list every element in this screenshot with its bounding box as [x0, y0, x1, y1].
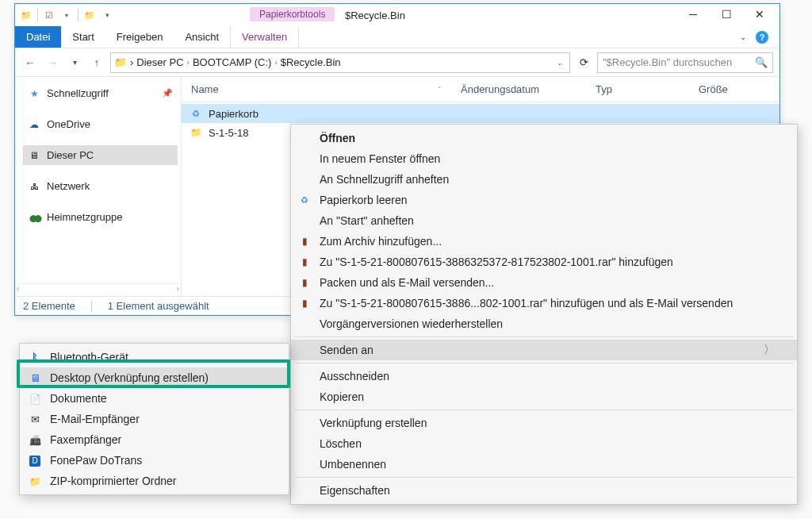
column-name[interactable]: Name ˄ — [182, 83, 451, 95]
column-headers: Name ˄ Änderungsdatum Typ Größe — [182, 77, 779, 102]
tab-share[interactable]: Freigeben — [105, 26, 174, 48]
sendto-submenu: Bluetooth-Gerät Desktop (Verknüpfung ers… — [19, 343, 289, 495]
menu-item-properties[interactable]: Eigenschaften — [291, 480, 797, 501]
menu-item-create-shortcut[interactable]: Verknüpfung erstellen — [291, 413, 797, 433]
sidebar-item-network[interactable]: Netzwerk — [23, 176, 178, 196]
qat-dropdown-icon[interactable]: ▾ — [59, 7, 75, 23]
cloud-icon — [28, 119, 40, 130]
contextual-tool-tab: Papierkorbtools — [250, 7, 335, 21]
window-title: $Recycle.Bin — [345, 10, 405, 21]
pc-icon — [28, 150, 40, 161]
ribbon-right: ⌄ ? — [740, 26, 775, 48]
bluetooth-icon — [28, 352, 42, 363]
archive-icon — [297, 277, 312, 288]
sendto-desktop-shortcut[interactable]: Desktop (Verknüpfung erstellen) — [20, 367, 289, 388]
menu-item-open-new-window[interactable]: In neuem Fenster öffnen — [291, 148, 797, 169]
sidebar-item-this-pc[interactable]: Dieser PC — [23, 145, 178, 165]
archive-icon — [297, 298, 312, 309]
menu-item-add-archive[interactable]: Zum Archiv hinzufügen... — [291, 231, 797, 252]
search-input[interactable]: "$Recycle.Bin" durchsuchen 🔍 — [597, 52, 773, 73]
desktop-icon — [28, 372, 42, 384]
back-button[interactable]: ← — [21, 54, 39, 71]
qat-check-icon[interactable]: ☑ — [41, 7, 57, 23]
sendto-documents[interactable]: Dokumente — [20, 388, 289, 409]
recycle-bin-icon — [297, 194, 312, 206]
sidebar-item-label: Netzwerk — [47, 180, 90, 192]
help-icon[interactable]: ? — [756, 31, 768, 44]
menu-item-add-rar[interactable]: Zu "S-1-5-21-800807615-3886325372-817523… — [291, 252, 797, 272]
menu-item-pack-email[interactable]: Packen und als E-Mail versenden... — [291, 272, 797, 293]
recycle-bin-icon — [190, 108, 202, 119]
menu-item-pin-start[interactable]: An "Start" anheften — [291, 210, 797, 231]
list-item[interactable]: Papierkorb — [182, 104, 779, 123]
breadcrumb[interactable]: BOOTCAMP (C:)› — [193, 56, 278, 68]
menu-item-empty-bin[interactable]: Papierkorb leeren — [291, 190, 797, 210]
menu-item-open[interactable]: Öffnen — [291, 128, 797, 148]
search-placeholder: "$Recycle.Bin" durchsuchen — [603, 56, 732, 68]
nav-tree: Schnellzugriff 📌 OneDrive Dieser PC — [15, 77, 182, 296]
minimize-button[interactable]: ─ — [676, 4, 710, 25]
sidebar-item-label: Heimnetzgruppe — [47, 211, 122, 223]
tab-start[interactable]: Start — [61, 26, 105, 48]
close-button[interactable]: ✕ — [743, 4, 776, 25]
column-size[interactable]: Größe — [689, 83, 779, 95]
forward-button[interactable]: → — [44, 54, 61, 71]
sort-asc-icon: ˄ — [438, 86, 442, 94]
document-icon — [28, 393, 42, 405]
refresh-button[interactable]: ⟳ — [575, 54, 592, 71]
menu-item-rename[interactable]: Umbenennen — [291, 454, 797, 475]
fax-icon — [28, 434, 42, 446]
tab-manage[interactable]: Verwalten — [230, 26, 299, 48]
menu-item-send-to[interactable]: Senden an 〉 — [291, 340, 797, 360]
menu-item-prev-versions[interactable]: Vorgängerversionen wiederherstellen — [291, 313, 797, 334]
item-name: Papierkorb — [209, 108, 259, 120]
address-bar[interactable]: 📁 › Dieser PC› BOOTCAMP (C:)› $Recycle.B… — [110, 52, 570, 73]
sendto-fax[interactable]: Faxempfänger — [20, 429, 289, 450]
ribbon-tabs: Datei Start Freigeben Ansicht Verwalten … — [15, 26, 779, 48]
zip-folder-icon — [28, 475, 42, 487]
folder-icon: 📁 — [82, 7, 98, 23]
menu-item-pack-rar-email[interactable]: Zu "S-1-5-21-800807615-3886...802-1001.r… — [291, 293, 797, 313]
sidebar-item-quick-access[interactable]: Schnellzugriff 📌 — [23, 83, 178, 103]
sidebar-item-onedrive[interactable]: OneDrive — [23, 114, 178, 134]
star-icon — [28, 88, 40, 99]
tree-scrollbar[interactable]: ‹ › — [17, 283, 179, 294]
tab-view[interactable]: Ansicht — [174, 26, 230, 48]
qat-separator — [78, 9, 79, 21]
submenu-arrow-icon: 〉 — [764, 343, 775, 357]
sendto-email[interactable]: E-Mail-Empfänger — [20, 409, 289, 429]
dotrans-icon — [28, 454, 42, 467]
folder-icon — [190, 127, 202, 138]
title-bar: 📁 ☑ ▾ 📁 ▾ Papierkorbtools $Recycle.Bin ─… — [15, 4, 779, 26]
context-menu: Öffnen In neuem Fenster öffnen An Schnel… — [290, 124, 798, 505]
menu-item-delete[interactable]: Löschen — [291, 433, 797, 454]
address-dropdown-icon[interactable]: ⌄ — [557, 59, 563, 67]
sendto-dotrans[interactable]: FonePaw DoTrans — [20, 450, 289, 471]
qat-separator — [37, 9, 38, 21]
menu-item-cut[interactable]: Ausschneiden — [291, 366, 797, 386]
tab-file[interactable]: Datei — [15, 26, 61, 48]
sidebar-item-homegroup[interactable]: Heimnetzgruppe — [23, 207, 178, 227]
scroll-right-icon[interactable]: › — [177, 284, 179, 294]
breadcrumb[interactable]: Dieser PC› — [136, 56, 190, 68]
collapse-ribbon-icon[interactable]: ⌄ — [740, 33, 746, 41]
sidebar-item-label: OneDrive — [47, 118, 90, 130]
maximize-button[interactable]: ☐ — [710, 4, 743, 25]
up-button[interactable]: ↑ — [88, 54, 105, 71]
sendto-zip[interactable]: ZIP-komprimierter Ordner — [20, 471, 289, 491]
menu-item-copy[interactable]: Kopieren — [291, 386, 797, 407]
sidebar-item-label: Dieser PC — [47, 149, 94, 161]
menu-item-pin-quick[interactable]: An Schnellzugriff anheften — [291, 169, 797, 190]
column-modified[interactable]: Änderungsdatum — [451, 83, 586, 95]
quick-access-toolbar: 📁 ☑ ▾ 📁 ▾ — [18, 7, 115, 23]
menu-separator — [294, 409, 794, 410]
sendto-bluetooth[interactable]: Bluetooth-Gerät — [20, 347, 289, 367]
scroll-left-icon[interactable]: ‹ — [17, 284, 19, 294]
archive-icon — [297, 236, 312, 247]
chevron-right-icon[interactable]: › — [130, 56, 133, 68]
sidebar-item-label: Schnellzugriff — [47, 87, 109, 99]
overflow-icon[interactable]: ▾ — [99, 7, 115, 23]
column-type[interactable]: Typ — [586, 83, 689, 95]
breadcrumb[interactable]: $Recycle.Bin — [281, 56, 341, 68]
recent-locations-button[interactable]: ▾ — [66, 54, 83, 71]
